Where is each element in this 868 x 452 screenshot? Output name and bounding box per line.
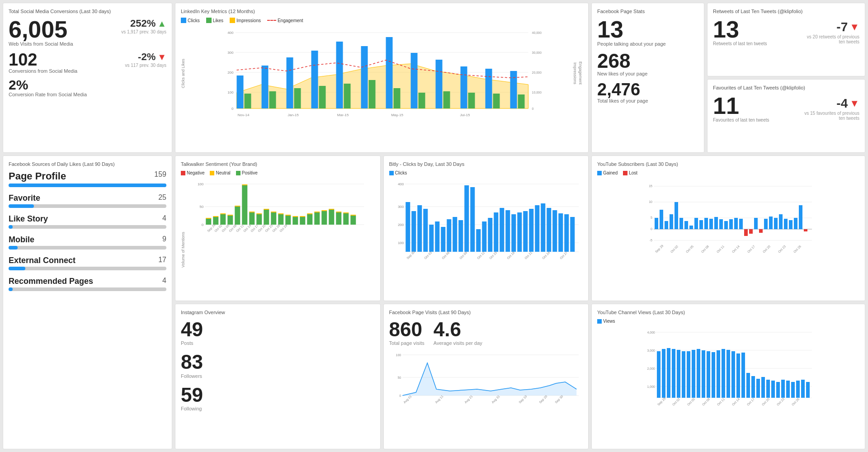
svg-rect-16: [361, 46, 368, 108]
svg-rect-253: [791, 382, 795, 398]
svg-text:Nov-14: Nov-14: [238, 113, 250, 117]
svg-rect-80: [307, 213, 312, 214]
yt-subs-chart-wrap: 15 10 5 0 -5: [597, 177, 859, 264]
svg-text:Oct 11: Oct 11: [716, 245, 725, 254]
svg-text:Aug 31: Aug 31: [491, 395, 500, 404]
svg-rect-82: [314, 212, 320, 212]
sc-conv-vs: vs 117 prev. 30 days: [125, 63, 166, 68]
ig-posts-label: Posts: [181, 340, 375, 346]
ig-following-label: Following: [181, 406, 375, 411]
svg-rect-188: [784, 219, 788, 229]
fb-likes-title2: Facebook Sources of Daily Likes (Last 90…: [9, 161, 166, 167]
svg-rect-119: [441, 227, 445, 252]
li-svg: 400 300 200 100 0: [187, 26, 571, 121]
tw-y-label: Volume of Mentions: [181, 177, 185, 268]
svg-text:50: 50: [397, 376, 401, 379]
svg-text:1,000: 1,000: [647, 385, 655, 388]
svg-rect-25: [294, 88, 301, 108]
sc-conv-label: Conversions from Social Media: [9, 68, 77, 74]
svg-text:3,000: 3,000: [647, 349, 655, 352]
svg-text:Oct 23: Oct 23: [776, 397, 785, 406]
svg-rect-60: [235, 206, 240, 207]
svg-rect-245: [751, 376, 755, 398]
yt-views-card2: YouTube Channel Views (Last 30 Days) Vie…: [591, 304, 865, 449]
svg-rect-232: [687, 351, 690, 398]
instagram-card2: Instagram Overview 49 Posts 83 Followers…: [175, 304, 381, 449]
svg-rect-135: [535, 205, 539, 252]
yt-views-title2: YouTube Channel Views (Last 30 Days): [597, 310, 859, 315]
yt-subs-card2: YouTube Subscribers (Last 30 Days) Gaine…: [591, 155, 865, 301]
yt-views-legend2: Views: [597, 319, 859, 324]
svg-rect-129: [500, 208, 504, 252]
svg-rect-71: [278, 214, 283, 225]
likes-bar-item2: Mobile 9: [9, 235, 166, 250]
svg-rect-13: [287, 57, 293, 108]
svg-rect-34: [518, 94, 525, 108]
yt-subs-title2: YouTube Subscribers (Last 30 Days): [597, 161, 859, 167]
svg-rect-79: [307, 214, 312, 225]
svg-text:Oct 05: Oct 05: [687, 397, 696, 406]
svg-rect-85: [329, 210, 334, 225]
svg-rect-234: [697, 349, 700, 398]
svg-rect-29: [394, 88, 401, 108]
tw-svg: 100 50 0: [186, 177, 375, 268]
fps-talking: 13: [597, 18, 698, 41]
svg-rect-30: [419, 93, 425, 108]
ig-followers: 83: [181, 351, 375, 373]
ig-title: Instagram Overview: [181, 310, 375, 315]
svg-text:300: 300: [397, 205, 404, 209]
svg-text:200: 200: [397, 223, 404, 227]
svg-rect-130: [505, 210, 510, 252]
li-legend-clicks: Clicks: [181, 18, 200, 23]
svg-rect-121: [453, 217, 457, 252]
svg-text:0: 0: [651, 227, 652, 231]
svg-rect-241: [731, 351, 735, 398]
sc-conv-pct: -2%: [138, 51, 156, 63]
svg-rect-236: [707, 351, 710, 398]
talkwalker-card2: Talkwalker Sentiment (Your Brand) Negati…: [175, 155, 381, 301]
svg-rect-243: [741, 353, 745, 398]
svg-rect-170: [694, 218, 698, 229]
svg-rect-32: [468, 93, 475, 108]
svg-rect-226: [657, 351, 660, 398]
svg-rect-171: [699, 220, 703, 229]
svg-rect-23: [245, 94, 251, 108]
svg-text:Sep 29: Sep 29: [655, 244, 664, 254]
favourites-down-icon: ▼: [849, 98, 859, 109]
svg-rect-252: [786, 381, 790, 398]
svg-rect-54: [213, 216, 218, 217]
svg-rect-86: [329, 209, 334, 210]
svg-rect-168: [684, 221, 688, 229]
svg-text:Oct 27: Oct 27: [559, 251, 568, 260]
sc-web-visits: 6,005: [9, 18, 73, 41]
svg-text:400: 400: [397, 182, 404, 186]
sc-web-label: Web Visits from Social Media: [9, 41, 73, 47]
svg-text:Oct 08: Oct 08: [702, 397, 711, 406]
svg-text:Aug 11: Aug 11: [434, 395, 444, 404]
svg-rect-186: [774, 218, 778, 229]
favourites-count-label: Favourites of last ten tweets: [713, 118, 769, 122]
svg-rect-31: [443, 91, 450, 108]
svg-rect-192: [804, 229, 807, 231]
retweets-count-label: Retweets of last ten tweets: [713, 41, 767, 46]
svg-rect-113: [406, 202, 410, 252]
svg-text:Oct 20: Oct 20: [761, 397, 770, 406]
svg-rect-74: [285, 215, 291, 216]
sc-web-vs: vs 1,917 prev. 30 days: [121, 29, 166, 34]
svg-rect-163: [660, 210, 663, 229]
li-engagement-label: Engagement: [578, 26, 583, 121]
svg-rect-120: [447, 219, 451, 252]
svg-text:15: 15: [649, 184, 652, 188]
svg-rect-240: [726, 350, 730, 398]
svg-rect-63: [249, 212, 255, 225]
svg-rect-64: [249, 212, 255, 212]
yt-subs-legend2: Gained Lost: [597, 170, 859, 175]
bitly-title2: Bitly - Clicks by Day, Last 30 Days: [389, 161, 583, 167]
svg-rect-69: [271, 212, 276, 225]
svg-rect-235: [702, 350, 705, 398]
svg-rect-127: [488, 218, 492, 252]
svg-rect-24: [269, 91, 276, 108]
svg-rect-123: [464, 185, 469, 252]
svg-rect-55: [220, 214, 226, 225]
svg-rect-139: [558, 213, 563, 252]
